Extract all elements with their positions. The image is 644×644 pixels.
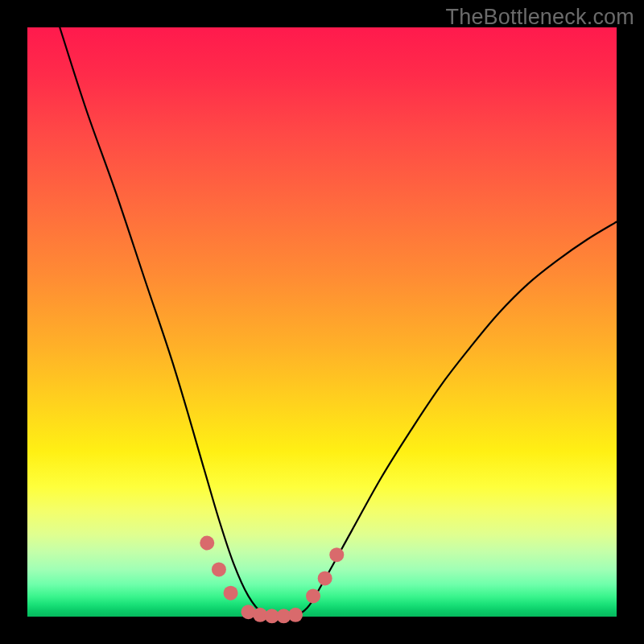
highlight-dot — [224, 586, 238, 601]
highlight-dot — [318, 571, 332, 585]
highlight-dot — [329, 547, 344, 562]
highlight-dots-right — [306, 547, 344, 603]
highlight-dot — [200, 536, 214, 551]
curve-layer — [27, 27, 617, 617]
highlight-dot — [288, 608, 303, 622]
highlight-dots-left — [200, 536, 237, 601]
highlight-dot — [306, 588, 320, 603]
chart-frame: TheBottleneck.com — [0, 0, 644, 644]
bottleneck-curve — [60, 27, 617, 617]
plot-area — [27, 27, 617, 617]
highlight-dots-bottom — [242, 605, 303, 623]
watermark-text: TheBottleneck.com — [445, 5, 634, 30]
highlight-dot — [212, 562, 226, 576]
